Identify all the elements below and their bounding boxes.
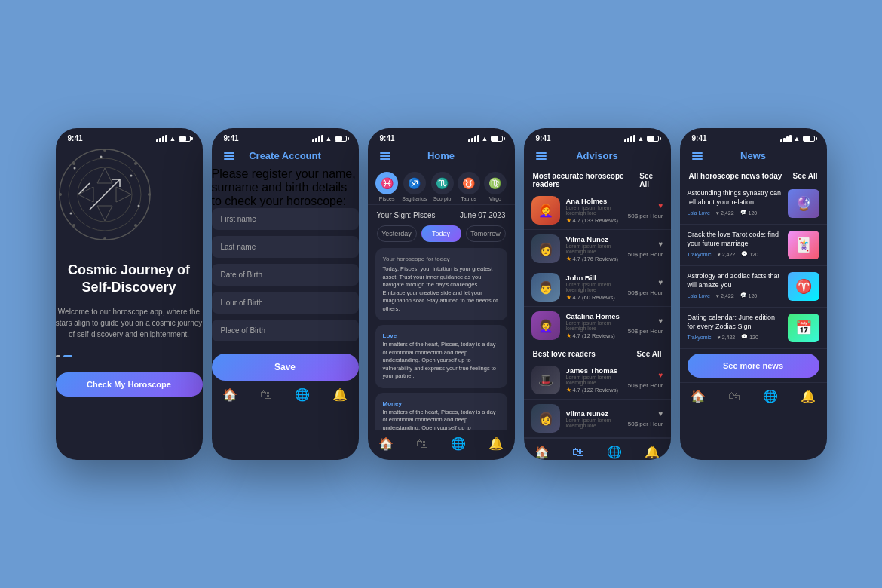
see-all-advisors-2[interactable]: See All (637, 350, 662, 358)
news-comments-4: 💬 120 (741, 334, 758, 340)
nav-home-2[interactable]: 🏠 (222, 387, 237, 402)
tab-today[interactable]: Today (421, 225, 461, 242)
create-account-title: Create Account (249, 150, 321, 161)
star-icon-v: ★ (566, 256, 571, 262)
zodiac-tab-virgo[interactable]: ♍ Virgo (484, 172, 507, 201)
news-item-1[interactable]: Astounding things synastry can tell abou… (680, 183, 827, 225)
advisor-john-name: John Bill (566, 274, 622, 282)
hour-of-birth-field[interactable]: Hour of Birth (212, 292, 359, 314)
see-all-news[interactable]: See All (793, 172, 818, 180)
nav-bell-3[interactable]: 🔔 (488, 436, 504, 451)
pisces-label: Pisces (379, 196, 395, 201)
nav-bell-5[interactable]: 🔔 (801, 389, 816, 403)
menu-icon-5[interactable] (692, 152, 703, 160)
love-reader-vilma[interactable]: 👩 Vilma Nunez Lorem ipsum lorem loremigh… (524, 400, 671, 438)
svg-point-8 (130, 175, 132, 177)
advisor-catalina-name: Catalina Homes (566, 312, 622, 320)
ana-favorite-button[interactable]: ♥ (659, 201, 663, 210)
first-name-field[interactable]: First name (212, 208, 359, 230)
catalina-favorite-button[interactable]: ♥ (659, 317, 663, 325)
bottom-nav-2: 🏠 🛍 🌐 🔔 (212, 381, 359, 411)
nav-home-5[interactable]: 🏠 (691, 389, 706, 403)
screen-home: 9:41 ▲ Home ♓ Pis (368, 128, 515, 460)
advisor-ana-sub: Lorem ipsum lorem loremigh lore (566, 205, 622, 216)
james-favorite-button[interactable]: ♥ (659, 371, 663, 379)
place-of-birth-field[interactable]: Place of Birth (212, 320, 359, 341)
love-reader-james-sub: Lorem ipsum lorem loremigh lore (566, 375, 622, 385)
tab-yesterday[interactable]: Yesterday (377, 225, 417, 242)
nav-home-3[interactable]: 🏠 (378, 436, 394, 451)
svg-point-10 (69, 213, 72, 215)
advisors-section-2-title: Best love readers (533, 350, 596, 358)
date-of-birth-field[interactable]: Date of Birth (212, 264, 359, 286)
save-button[interactable]: Save (212, 354, 359, 381)
last-name-field[interactable]: Last name (212, 236, 359, 258)
nav-globe-5[interactable]: 🌐 (763, 389, 778, 403)
zodiac-tab-taurus[interactable]: ♉ Taurus (458, 172, 480, 201)
wifi-icon-2: ▲ (326, 135, 332, 142)
menu-icon[interactable] (224, 152, 234, 160)
news-item-2[interactable]: Crack the love Tarot code: find your fut… (680, 225, 827, 266)
time-4: 9:41 (536, 134, 551, 142)
love-reader-james[interactable]: 🎩 James Thomas Lorem ipsum lorem loremig… (524, 361, 671, 400)
catalina-rating-text: 4.7 (12 Reviews) (573, 332, 615, 339)
news-item-4[interactable]: Dating calendar: June edition for every … (680, 308, 827, 349)
signal-icon-4 (624, 135, 635, 142)
menu-icon-3[interactable] (380, 152, 390, 160)
star-icon-j: ★ (566, 294, 571, 301)
john-favorite-button[interactable]: ♥ (659, 278, 663, 286)
signal-icon-5 (780, 135, 792, 142)
nav-shop-3[interactable]: 🛍 (416, 437, 428, 451)
advisors-section-1-title: Most accurate horoscope readers (533, 172, 640, 188)
nav-globe-2[interactable]: 🌐 (295, 387, 310, 402)
advisor-catalina[interactable]: 👩‍🦱 Catalina Homes Lorem ipsum lorem lor… (524, 307, 671, 345)
time-2: 9:41 (224, 134, 239, 142)
svg-line-3 (90, 179, 120, 210)
wifi-icon-1: ▲ (170, 135, 176, 142)
status-icons-4: ▲ (624, 135, 659, 142)
nav-shop-5[interactable]: 🛍 (728, 390, 740, 403)
news-header: News (680, 145, 827, 167)
zodiac-tab-scorpio[interactable]: ♏ Scorpio (431, 172, 454, 201)
time-1: 9:41 (68, 134, 83, 142)
advisor-ana[interactable]: 👩‍🦰 Ana Holmes Lorem ipsum lorem loremig… (524, 191, 671, 230)
news-thumb-3: ♈ (788, 272, 819, 301)
advisor-ana-name: Ana Holmes (566, 197, 622, 205)
advisor-vilma-rating: ★ 4.7 (176 Reviews) (566, 256, 622, 262)
ana-rating-text: 4.7 (133 Reviews) (573, 217, 618, 224)
vilma-favorite-button[interactable]: ♥ (659, 240, 663, 248)
zodiac-tab-sagittarius[interactable]: ♐ Sagittarius (402, 172, 427, 201)
zodiac-tab-pisces[interactable]: ♓ Pisces (375, 172, 398, 201)
menu-icon-4[interactable] (536, 152, 547, 160)
svg-point-12 (103, 149, 106, 152)
advisor-john[interactable]: 👨 John Bill Lorem ipsum lorem loremigh l… (524, 268, 671, 307)
nav-shop-4[interactable]: 🛍 (572, 446, 584, 459)
news-item-3[interactable]: Astrology and zodiac facts that will ama… (680, 266, 827, 308)
nav-bell-4[interactable]: 🔔 (645, 445, 660, 459)
create-account-header: Create Account (212, 145, 359, 167)
news-meta-2: Trakyomic ♥ 2,422 💬 120 (688, 251, 782, 257)
advisor-vilma[interactable]: 👩 Vilma Nunez Lorem ipsum lorem loremigh… (524, 230, 671, 268)
battery-icon-5 (803, 136, 815, 142)
nav-home-4[interactable]: 🏠 (534, 445, 550, 459)
news-thumb-2: 🃏 (788, 231, 819, 259)
wifi-icon-4: ▲ (638, 135, 645, 142)
home-header: Home (368, 145, 515, 167)
love-vilma-favorite-button[interactable]: ♥ (659, 409, 663, 418)
see-all-advisors-1[interactable]: See All (639, 172, 661, 188)
news-section-header: All horoscope news today See All (680, 167, 827, 183)
bottom-nav-5: 🏠 🛍 🌐 🔔 (680, 382, 827, 412)
nav-globe-3[interactable]: 🌐 (451, 436, 466, 451)
nav-shop-2[interactable]: 🛍 (260, 388, 272, 402)
taurus-symbol: ♉ (458, 172, 480, 194)
check-horoscope-button[interactable]: Check My Horoscope (56, 372, 203, 397)
svg-marker-21 (97, 206, 112, 221)
nav-globe-4[interactable]: 🌐 (607, 445, 622, 459)
see-more-news-button[interactable]: See more news (688, 354, 819, 378)
advisor-ana-rating: ★ 4.7 (133 Reviews) (566, 217, 622, 224)
signal-icon-1 (156, 135, 167, 142)
nav-bell-2[interactable]: 🔔 (332, 387, 348, 402)
svg-point-15 (134, 224, 137, 227)
tab-tomorrow[interactable]: Tomorrow (466, 225, 506, 242)
news-author-2: Trakyomic (688, 252, 712, 257)
